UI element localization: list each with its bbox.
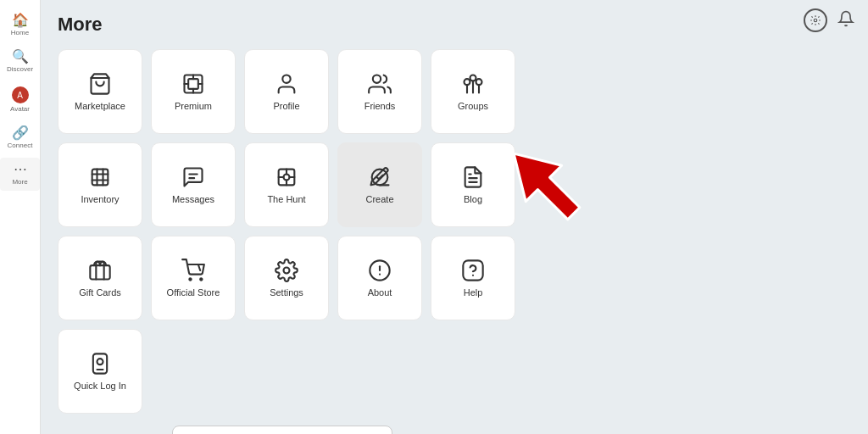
- logout-row: Log Out: [58, 426, 507, 434]
- tile-label-gift-cards: Gift Cards: [79, 287, 121, 298]
- settings-header-icon[interactable]: [804, 8, 827, 32]
- tile-row-1: Marketplace Premium Profile: [58, 49, 851, 134]
- svg-point-26: [189, 278, 191, 280]
- sidebar-label-home: Home: [11, 29, 29, 36]
- sidebar-item-home[interactable]: 🏠 Home: [0, 8, 40, 42]
- tile-friends[interactable]: Friends: [337, 49, 422, 134]
- notification-icon[interactable]: [837, 10, 854, 31]
- help-icon: [461, 259, 485, 282]
- settings-icon: [275, 259, 298, 282]
- tile-premium[interactable]: Premium: [151, 49, 236, 134]
- sidebar-label-connect: Connect: [8, 142, 33, 149]
- tile-label-create: Create: [365, 194, 393, 204]
- svg-rect-2: [188, 79, 198, 89]
- profile-icon: [275, 72, 298, 96]
- svg-point-36: [97, 359, 103, 364]
- tile-label-premium: Premium: [175, 101, 212, 111]
- tile-messages[interactable]: Messages: [151, 142, 236, 227]
- groups-icon: [461, 72, 485, 96]
- sidebar-item-connect[interactable]: 🔗 Connect: [0, 121, 40, 154]
- blog-icon: [461, 165, 485, 189]
- hunt-icon: [275, 165, 298, 189]
- svg-point-11: [476, 79, 482, 85]
- messages-icon: [181, 165, 205, 189]
- svg-point-9: [470, 75, 476, 81]
- quick-log-icon: [88, 352, 112, 376]
- friends-icon: [368, 72, 392, 96]
- tile-about[interactable]: About: [337, 236, 422, 320]
- tile-label-the-hunt: The Hunt: [267, 194, 305, 204]
- tile-settings[interactable]: Settings: [244, 236, 329, 320]
- avatar: A: [12, 86, 29, 103]
- tile-row-3: Gift Cards Official Store Settings: [58, 236, 851, 320]
- tile-inventory[interactable]: Inventory: [58, 142, 142, 227]
- tile-blog[interactable]: Blog: [431, 142, 515, 227]
- svg-point-7: [282, 75, 290, 83]
- tile-help[interactable]: Help: [431, 236, 515, 320]
- tile-label-quick-log: Quick Log In: [74, 381, 126, 391]
- tile-label-help: Help: [464, 287, 483, 298]
- sidebar-label-discover: Discover: [7, 65, 33, 73]
- tile-label-friends: Friends: [364, 101, 396, 111]
- tile-gift-cards[interactable]: Gift Cards: [58, 236, 142, 320]
- premium-icon: [181, 72, 205, 96]
- tile-label-official-store: Official Store: [167, 287, 220, 298]
- tile-label-marketplace: Marketplace: [75, 101, 125, 111]
- gift-cards-icon: [88, 259, 112, 282]
- tile-official-store[interactable]: Official Store: [151, 236, 236, 320]
- tile-label-blog: Blog: [464, 194, 482, 204]
- tile-marketplace[interactable]: Marketplace: [58, 49, 142, 134]
- sidebar-item-discover[interactable]: 🔍 Discover: [0, 45, 40, 78]
- official-store-icon: [181, 259, 205, 282]
- svg-rect-35: [93, 353, 107, 373]
- sidebar: 🏠 Home 🔍 Discover A Avatar 🔗 Connect ⋯ M…: [0, 0, 41, 434]
- svg-point-27: [200, 278, 202, 280]
- about-icon: [368, 259, 392, 282]
- svg-point-38: [814, 19, 817, 22]
- svg-point-10: [465, 79, 470, 85]
- tile-profile[interactable]: Profile: [244, 49, 329, 134]
- tile-create[interactable]: Create: [337, 142, 422, 227]
- header-icons: [804, 8, 854, 32]
- tile-label-profile: Profile: [273, 101, 299, 111]
- tile-label-inventory: Inventory: [81, 194, 119, 204]
- sidebar-label-more: More: [12, 178, 27, 186]
- more-icon: ⋯: [14, 163, 27, 176]
- svg-rect-12: [92, 170, 108, 186]
- home-icon: 🏠: [12, 14, 29, 27]
- inventory-icon: [88, 165, 112, 189]
- tile-label-groups: Groups: [458, 101, 488, 111]
- main-content: More Marketplace Premium: [41, 0, 868, 434]
- tile-row-4: Quick Log In: [58, 329, 851, 414]
- connect-icon: 🔗: [12, 126, 29, 140]
- tile-groups[interactable]: Groups: [431, 49, 515, 134]
- page-title: More: [58, 14, 851, 36]
- sidebar-item-avatar[interactable]: A Avatar: [0, 81, 40, 118]
- svg-point-29: [284, 268, 290, 274]
- svg-rect-25: [90, 265, 109, 279]
- logout-button[interactable]: Log Out: [172, 426, 392, 434]
- tile-quick-log[interactable]: Quick Log In: [58, 329, 142, 414]
- sidebar-item-more[interactable]: ⋯ More: [0, 158, 40, 191]
- svg-rect-33: [463, 260, 482, 280]
- tile-label-messages: Messages: [172, 194, 214, 204]
- create-icon: [368, 165, 392, 189]
- svg-point-8: [373, 75, 381, 83]
- tile-label-about: About: [368, 287, 392, 298]
- sidebar-label-avatar: Avatar: [10, 105, 30, 113]
- tile-row-2: Inventory Messages The Hunt: [58, 142, 851, 227]
- tile-the-hunt[interactable]: The Hunt: [244, 142, 329, 227]
- marketplace-icon: [88, 72, 112, 96]
- tile-label-settings: Settings: [270, 287, 303, 298]
- discover-icon: 🔍: [12, 50, 29, 64]
